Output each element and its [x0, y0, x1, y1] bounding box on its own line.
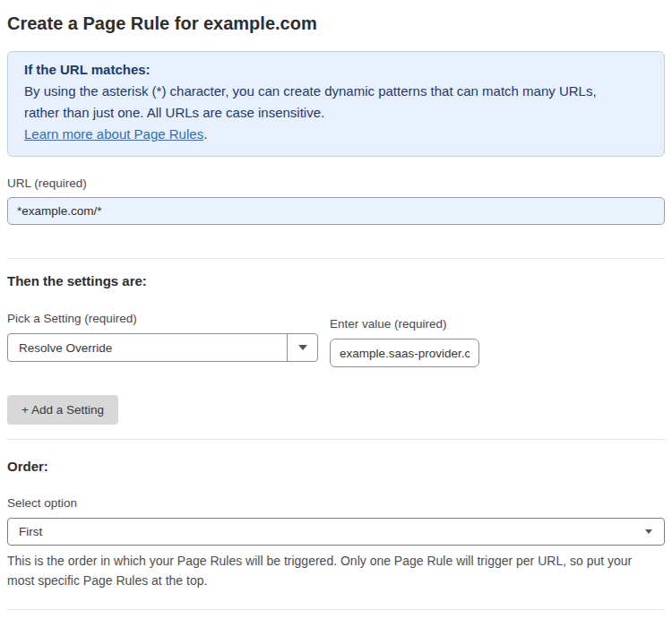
settings-section-heading: Then the settings are: [7, 272, 665, 289]
setting-dropdown-value: Resolve Override [8, 341, 287, 355]
chevron-down-icon [298, 345, 307, 350]
setting-value-column: Enter value (required) [330, 311, 479, 367]
order-select-arrow [645, 529, 664, 534]
settings-row: Pick a Setting (required) Resolve Overri… [7, 311, 665, 367]
url-input[interactable] [7, 197, 665, 225]
divider [7, 609, 665, 610]
page-title: Create a Page Rule for example.com [7, 12, 665, 35]
url-match-info-box: If the URL matches: By using the asteris… [7, 51, 665, 157]
setting-picker-column: Pick a Setting (required) Resolve Overri… [7, 311, 318, 362]
setting-value-label: Enter value (required) [330, 316, 479, 331]
chevron-down-icon [645, 529, 652, 534]
setting-dropdown-arrow-segment[interactable] [287, 334, 317, 361]
setting-dropdown[interactable]: Resolve Override [7, 333, 318, 362]
add-setting-button[interactable]: + Add a Setting [7, 395, 118, 425]
order-select[interactable]: First [7, 518, 665, 546]
setting-value-input[interactable] [330, 339, 479, 367]
order-select-label: Select option [7, 495, 665, 511]
learn-more-link[interactable]: Learn more about Page Rules [24, 126, 203, 142]
info-box-heading: If the URL matches: [24, 59, 648, 81]
order-help-text: This is the order in which your Page Rul… [7, 551, 665, 590]
order-help-line: most specific Page Rules at the top. [7, 571, 665, 590]
order-select-value: First [8, 525, 645, 538]
divider [7, 258, 665, 259]
url-field-label: URL (required) [7, 176, 665, 191]
info-box-body-line: rather than just one. All URLs are case … [24, 102, 648, 124]
info-box-body-line: By using the asterisk (*) character, you… [24, 81, 648, 102]
order-section-heading: Order: [7, 458, 665, 475]
link-suffix: . [203, 126, 207, 142]
page-rule-form: Create a Page Rule for example.com If th… [0, 12, 672, 619]
setting-picker-label: Pick a Setting (required) [7, 311, 318, 326]
order-help-line: This is the order in which your Page Rul… [7, 551, 665, 571]
divider [7, 439, 665, 440]
info-box-link-row: Learn more about Page Rules. [24, 124, 648, 145]
